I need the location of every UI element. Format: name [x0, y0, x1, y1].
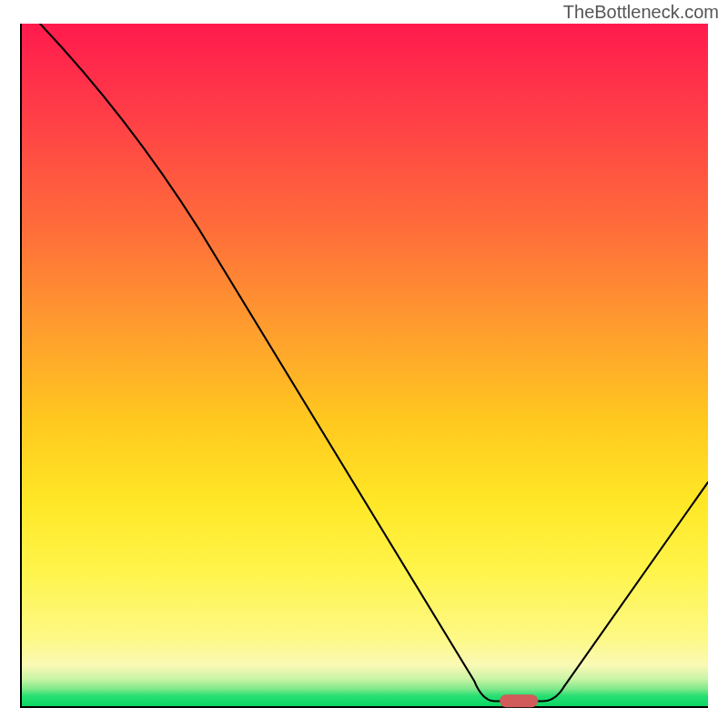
bottleneck-curve-svg: [20, 24, 708, 708]
chart-container: TheBottleneck.com: [0, 0, 728, 728]
bottleneck-curve-path: [40, 24, 708, 701]
watermark-text: TheBottleneck.com: [563, 2, 719, 23]
optimal-marker: [500, 695, 538, 708]
